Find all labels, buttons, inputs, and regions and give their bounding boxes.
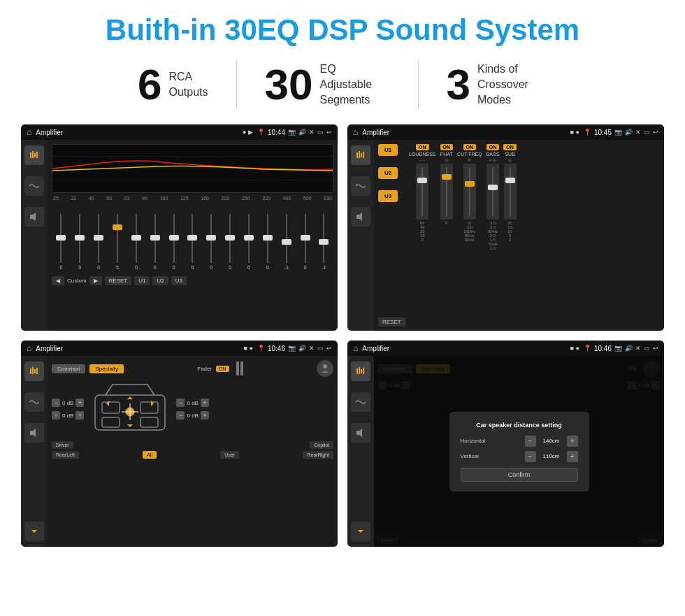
eq-slider-10[interactable]: 0 xyxy=(241,210,257,273)
eq-slider-11[interactable]: 0 xyxy=(259,210,275,273)
eq-slider-12[interactable]: -1 xyxy=(278,210,294,273)
eq-slider-1[interactable]: 0 xyxy=(72,210,88,273)
loudness-on[interactable]: ON xyxy=(416,144,429,150)
vertical-plus[interactable]: + xyxy=(567,451,578,462)
sidebar-eq-icon[interactable] xyxy=(24,145,44,165)
close-icon-1: ✕ xyxy=(309,129,315,136)
sidebar-4 xyxy=(347,356,374,547)
horizontal-plus[interactable]: + xyxy=(567,436,578,447)
screen-fader: ⌂ Amplifier ■ ● 📍 10:46 📷 🔊 ✕ ▭ ↩ xyxy=(21,341,338,547)
dialog-overlay: Car speaker distance setting Horizontal … xyxy=(374,356,664,547)
sidebar-expand3-icon[interactable] xyxy=(24,522,44,541)
camera-icon-4: 📷 xyxy=(614,345,622,352)
horizontal-minus[interactable]: − xyxy=(525,436,536,447)
stat-rca-desc: RCA Outputs xyxy=(169,69,208,101)
label-driver[interactable]: Driver xyxy=(52,441,73,449)
eq-u2-btn[interactable]: U2 xyxy=(152,276,168,285)
preset-u2[interactable]: U2 xyxy=(378,167,398,179)
eq-u1-btn[interactable]: U1 xyxy=(134,276,150,285)
horizontal-control: − 140cm + xyxy=(525,436,578,447)
sub-slider[interactable] xyxy=(504,164,517,220)
db-plus-tl[interactable]: + xyxy=(75,399,84,407)
stat-eq: 30 EQ Adjustable Segments xyxy=(237,62,418,108)
eq-slider-4[interactable]: 0 xyxy=(128,210,144,273)
db-minus-tr[interactable]: − xyxy=(176,399,185,407)
home-icon-3: ⌂ xyxy=(27,343,31,353)
label-rearleft[interactable]: RearLeft xyxy=(52,451,79,459)
eq-u3-btn[interactable]: U3 xyxy=(171,276,187,285)
svg-rect-35 xyxy=(361,369,362,373)
db-control-tr: − 0 dB + xyxy=(176,399,208,407)
db-minus-tl[interactable]: − xyxy=(52,399,60,407)
eq-slider-7[interactable]: 0 xyxy=(185,210,201,273)
amp-reset-btn[interactable]: RESET xyxy=(378,317,405,327)
label-user[interactable]: User xyxy=(220,451,239,459)
sidebar-eq3-icon[interactable] xyxy=(24,361,44,381)
label-rearright[interactable]: RearRight xyxy=(303,451,333,459)
tab-specialty-3[interactable]: Specialty xyxy=(89,364,123,373)
eq-slider-2[interactable]: 0 xyxy=(91,210,107,273)
stat-crossover-desc: Kinds of Crossover Modes xyxy=(477,62,547,108)
sidebar-eq4-icon[interactable] xyxy=(351,361,370,381)
svg-rect-16 xyxy=(34,369,36,373)
cutfreq-on[interactable]: ON xyxy=(463,144,477,150)
phat-slider[interactable] xyxy=(440,164,453,220)
label-copilot[interactable]: Copilot xyxy=(310,441,333,449)
eq-slider-14[interactable]: -1 xyxy=(316,210,332,273)
confirm-button[interactable]: Confirm xyxy=(461,468,578,482)
sidebar-wave4-icon[interactable] xyxy=(351,392,370,412)
sidebar-3 xyxy=(21,356,48,547)
sidebar-wave-icon[interactable] xyxy=(24,176,44,196)
fader-on-3[interactable]: ON xyxy=(216,366,229,372)
status-icons-3: 📍 10:46 📷 🔊 ✕ ▭ ↩ xyxy=(257,345,332,352)
eq-slider-6[interactable]: 0 xyxy=(166,210,182,273)
camera-icon-2: 📷 xyxy=(614,129,622,136)
sub-on[interactable]: ON xyxy=(503,144,517,150)
sidebar-speaker-icon[interactable] xyxy=(24,207,44,227)
bass-slider[interactable] xyxy=(486,164,499,220)
svg-rect-14 xyxy=(30,368,31,374)
cutfreq-slider[interactable] xyxy=(463,164,476,220)
sidebar-wave2-icon[interactable] xyxy=(351,176,370,196)
eq-prev-btn[interactable]: ◀ xyxy=(52,276,64,285)
close-icon-2: ✕ xyxy=(635,129,641,136)
sidebar-wave3-icon[interactable] xyxy=(24,392,44,412)
sidebar-speaker4-icon[interactable] xyxy=(351,423,370,443)
db-value-br: 0 dB xyxy=(187,413,198,419)
eq-reset-btn[interactable]: RESET xyxy=(105,276,132,285)
status-bar-3: ⌂ Amplifier ■ ● 📍 10:46 📷 🔊 ✕ ▭ ↩ xyxy=(21,341,338,356)
app-name-2: Amplifier xyxy=(362,129,565,136)
svg-rect-34 xyxy=(359,367,360,374)
eq-slider-0[interactable]: 0 xyxy=(53,210,69,273)
bass-on[interactable]: ON xyxy=(486,144,500,150)
label-all[interactable]: All xyxy=(143,451,157,459)
screen-body-2: U1 U2 U3 ON LOUDNESS ~~ xyxy=(347,140,664,331)
sidebar-speaker2-icon[interactable] xyxy=(351,207,370,227)
eq-slider-8[interactable]: 0 xyxy=(203,210,219,273)
db-minus-bl[interactable]: − xyxy=(52,411,60,420)
preset-u3[interactable]: U3 xyxy=(378,190,398,202)
eq-slider-9[interactable]: 0 xyxy=(222,210,238,273)
db-plus-tr[interactable]: + xyxy=(201,399,209,407)
loudness-slider[interactable] xyxy=(416,164,428,220)
svg-marker-38 xyxy=(358,530,363,533)
vertical-minus[interactable]: − xyxy=(525,451,536,462)
profile-icon-3[interactable] xyxy=(317,360,333,377)
db-minus-br[interactable]: − xyxy=(176,411,185,420)
tab-common-3[interactable]: Common xyxy=(52,364,85,373)
db-plus-bl[interactable]: + xyxy=(75,411,84,420)
eq-slider-13[interactable]: 0 xyxy=(297,210,313,273)
db-plus-br[interactable]: + xyxy=(201,411,209,420)
preset-u1[interactable]: U1 xyxy=(378,144,398,156)
horizontal-label: Horizontal xyxy=(461,438,486,444)
eq-slider-5[interactable]: 0 xyxy=(147,210,163,273)
eq-slider-3[interactable]: 5 xyxy=(110,210,126,273)
phat-on[interactable]: ON xyxy=(440,144,454,150)
sidebar-eq2-icon[interactable] xyxy=(351,145,370,165)
eq-play-btn[interactable]: ▶ xyxy=(89,276,102,285)
window-icon-1: ▭ xyxy=(317,129,324,136)
sidebar-expand4-icon[interactable] xyxy=(351,522,370,541)
vertical-control: − 110cm + xyxy=(525,451,578,462)
sidebar-speaker3-icon[interactable] xyxy=(24,423,44,443)
stat-eq-number: 30 xyxy=(265,63,313,106)
